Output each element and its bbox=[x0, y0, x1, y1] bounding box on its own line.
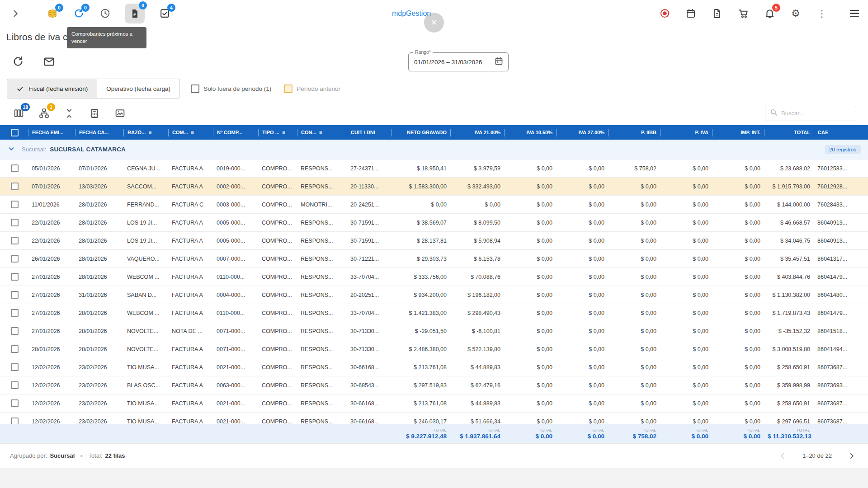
group-row[interactable]: Sucursal: SUCURSAL CATAMARCA 20 registro… bbox=[0, 140, 868, 160]
column-header-iva_21[interactable]: IVA 21.00% bbox=[450, 129, 504, 136]
page-next-icon[interactable] bbox=[845, 450, 858, 462]
table-row[interactable]: 27/01/202628/01/2026WEBCOM ...FACTURA A0… bbox=[0, 268, 868, 286]
column-header-cuit_dni[interactable]: CUIT / DNI bbox=[347, 129, 392, 136]
column-header-fecha_carga[interactable]: FECHA CA... bbox=[75, 129, 123, 136]
column-header-p_iibb[interactable]: P. IIBB bbox=[608, 129, 660, 136]
cell-neto_gravado: $ 38.569,07 bbox=[392, 220, 450, 226]
clock-icon[interactable] bbox=[99, 7, 111, 20]
checkbox-solo-fuera-periodo[interactable]: Solo fuera de período (1) bbox=[191, 84, 271, 93]
column-header-iva_27[interactable]: IVA 27.00% bbox=[556, 129, 608, 136]
document-icon[interactable] bbox=[711, 7, 723, 20]
select-all-checkbox[interactable] bbox=[11, 129, 19, 136]
tab-fiscal[interactable]: Fiscal (fecha emisión) bbox=[7, 79, 97, 99]
table-row[interactable]: 12/02/202623/02/2026TIO MUSA...FACTURA A… bbox=[0, 413, 868, 424]
table-row[interactable]: 11/01/202628/01/2026FERRAND...FACTURA C0… bbox=[0, 196, 868, 214]
chevron-down-icon[interactable] bbox=[7, 145, 15, 155]
row-checkbox[interactable] bbox=[11, 418, 19, 424]
export-icon[interactable] bbox=[113, 107, 127, 120]
coins-icon[interactable]: 0 bbox=[46, 7, 59, 20]
expand-sidebar-icon[interactable] bbox=[9, 7, 22, 20]
table-row[interactable]: 12/02/202623/02/2026BLAS OSC...FACTURA A… bbox=[0, 376, 868, 394]
column-header-tipo[interactable]: TIPO ...≡ bbox=[258, 129, 297, 136]
row-checkbox[interactable] bbox=[11, 327, 19, 335]
column-header-imp_int[interactable]: IMP. INT. bbox=[712, 129, 764, 136]
table-row[interactable]: 28/01/202628/01/2026NOVOLTE...FACTURA A0… bbox=[0, 340, 868, 358]
cell-razon_social: CEGNA JU... bbox=[123, 165, 168, 172]
checkbox-icon[interactable] bbox=[191, 84, 199, 93]
filter-icon[interactable]: ≡ bbox=[319, 129, 322, 136]
table-body: Sucursal: SUCURSAL CATAMARCA 20 registro… bbox=[0, 140, 868, 424]
filter-icon[interactable]: ≡ bbox=[148, 129, 151, 136]
refresh-icon[interactable] bbox=[12, 55, 24, 68]
menu-icon[interactable] bbox=[850, 10, 859, 17]
calculator-icon[interactable] bbox=[88, 107, 101, 120]
column-header-fecha_emision[interactable]: FECHA EMI... bbox=[28, 129, 75, 136]
checkbox-periodo-anterior[interactable]: Período anterior bbox=[284, 84, 340, 93]
page-prev-icon[interactable] bbox=[776, 450, 789, 462]
column-header-razon_social[interactable]: RAZÓ...≡ bbox=[123, 129, 168, 136]
row-checkbox[interactable] bbox=[11, 164, 19, 172]
column-header-condicion[interactable]: CON...≡ bbox=[297, 129, 347, 136]
row-checkbox[interactable] bbox=[11, 363, 19, 371]
cart-icon[interactable] bbox=[737, 7, 750, 20]
row-checkbox[interactable] bbox=[11, 381, 19, 389]
cell-fecha_carga: 28/01/2026 bbox=[75, 202, 123, 208]
cell-cae: 86041494... bbox=[814, 346, 868, 352]
close-icon[interactable]: ✕ bbox=[424, 13, 444, 33]
settings-icon[interactable]: ⚙ bbox=[789, 7, 802, 20]
table-row[interactable]: 05/01/202607/01/2026CEGNA JU...FACTURA A… bbox=[0, 160, 868, 178]
filter-icon[interactable]: ≡ bbox=[282, 129, 285, 136]
cell-p_iibb: $ 0,00 bbox=[608, 202, 660, 208]
row-checkbox[interactable] bbox=[11, 183, 19, 190]
column-header-nro_comprobante[interactable]: Nº COMP... bbox=[213, 129, 258, 136]
date-range-field[interactable]: Rango* 01/01/2026 – 31/03/2026 bbox=[408, 52, 509, 71]
row-checkbox[interactable] bbox=[11, 291, 19, 299]
cell-iva_21: $ 298.490,43 bbox=[450, 310, 504, 316]
date-range-calendar-icon[interactable] bbox=[494, 56, 504, 68]
row-checkbox[interactable] bbox=[11, 237, 19, 244]
row-checkbox[interactable] bbox=[11, 201, 19, 208]
cell-razon_social: NOVOLTE... bbox=[123, 328, 168, 334]
table-row[interactable]: 22/01/202628/01/2026LOS 19 JI...FACTURA … bbox=[0, 232, 868, 250]
row-checkbox[interactable] bbox=[11, 399, 19, 407]
column-header-total[interactable]: TOTAL bbox=[764, 129, 814, 136]
cell-total: $ 403.844,76 bbox=[764, 274, 814, 280]
column-header-neto_gravado[interactable]: NETO GRAVADO bbox=[392, 129, 450, 136]
table-row[interactable]: 07/01/202613/03/2026SACCOM...FACTURA A00… bbox=[0, 178, 868, 196]
tab-operativo[interactable]: Operativo (fecha carga) bbox=[97, 79, 180, 99]
table-row[interactable]: 27/01/202631/01/2026SABAN D...FACTURA A0… bbox=[0, 286, 868, 304]
more-vertical-icon[interactable]: ⋮ bbox=[816, 7, 828, 20]
row-checkbox[interactable] bbox=[11, 309, 19, 317]
table-row[interactable]: 27/01/202628/01/2026WEBCOM ...FACTURA A0… bbox=[0, 304, 868, 322]
row-checkbox[interactable] bbox=[11, 219, 19, 226]
checkbox-amber-icon[interactable] bbox=[284, 84, 292, 93]
tasks-icon[interactable]: 4 bbox=[158, 7, 171, 20]
cell-p_iva: $ 0,00 bbox=[660, 220, 712, 226]
collapse-rows-icon[interactable] bbox=[62, 107, 76, 120]
table-row[interactable]: 12/02/202623/02/2026TIO MUSA...FACTURA A… bbox=[0, 358, 868, 376]
notifications-icon[interactable]: 5 bbox=[763, 7, 776, 20]
row-checkbox[interactable] bbox=[11, 345, 19, 353]
row-checkbox[interactable] bbox=[11, 273, 19, 281]
record-icon[interactable] bbox=[658, 7, 671, 20]
cell-nro_comprobante: 0063-000... bbox=[213, 382, 258, 389]
row-checkbox[interactable] bbox=[11, 255, 19, 263]
column-header-comprobante[interactable]: COM...≡ bbox=[168, 129, 213, 136]
column-header-iva_10_50[interactable]: IVA 10.50% bbox=[504, 129, 556, 136]
cell-fecha_emision: 07/01/2026 bbox=[28, 183, 75, 190]
table-row[interactable]: 26/01/202628/01/2026VAQUERO...FACTURA A0… bbox=[0, 250, 868, 268]
due-vouchers-icon[interactable]: 0 bbox=[125, 4, 145, 23]
table-row[interactable]: 22/01/202628/01/2026LOS 19 JI...FACTURA … bbox=[0, 214, 868, 232]
search-input[interactable] bbox=[781, 110, 861, 117]
table-row[interactable]: 12/02/202623/02/2026TIO MUSA...FACTURA A… bbox=[0, 394, 868, 413]
column-header-cae[interactable]: CAE bbox=[814, 129, 868, 136]
calendar-icon[interactable] bbox=[684, 7, 697, 20]
search-box[interactable] bbox=[765, 106, 856, 121]
grouping-icon[interactable]: 1 bbox=[37, 107, 51, 120]
table-row[interactable]: 27/01/202628/01/2026NOVOLTE...NOTA DE ..… bbox=[0, 322, 868, 340]
filter-icon[interactable]: ≡ bbox=[191, 129, 194, 136]
sync-icon[interactable]: 0 bbox=[72, 7, 85, 20]
mail-icon[interactable] bbox=[42, 55, 55, 68]
column-header-p_iva[interactable]: P. IVA bbox=[660, 129, 712, 136]
columns-icon[interactable]: 18 bbox=[12, 107, 25, 120]
